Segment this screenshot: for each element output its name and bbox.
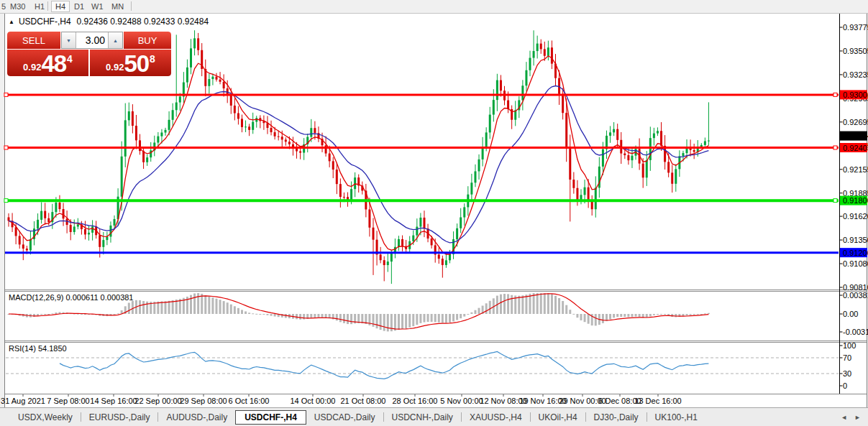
svg-text:0.91350: 0.91350 [843, 236, 868, 244]
chart-tab-bar: USDX,WeeklyEURUSD-,DailyAUDUSD-,DailyUSD… [0, 407, 868, 426]
timeframe-button-M30[interactable]: M30 [10, 1, 25, 11]
svg-text:0.91206: 0.91206 [843, 249, 868, 257]
volume-input[interactable] [76, 32, 108, 48]
panel-collapse-icon[interactable]: ▲ [9, 19, 14, 25]
chart-tab-usdcad-daily[interactable]: USDCAD-,Daily [306, 409, 383, 425]
macd-indicator-label: MACD(12,26,9) 0.000611 0.000381 [9, 293, 133, 302]
volume-increase-icon[interactable]: ▲ [108, 32, 122, 48]
svg-text:0.92155: 0.92155 [843, 165, 868, 174]
svg-text:0.92484: 0.92484 [843, 131, 868, 140]
svg-text:0: 0 [843, 381, 847, 390]
svg-text:6 Oct 16:00: 6 Oct 16:00 [229, 397, 270, 405]
buy-price-prefix: 0.92 [106, 62, 124, 76]
svg-text:31 Aug 2021: 31 Aug 2021 [1, 397, 45, 405]
chart-tab-dj30-daily[interactable]: DJ30-,Daily [586, 409, 647, 425]
svg-text:0.91080: 0.91080 [843, 259, 868, 268]
volume-stepper: ▼ ▲ [61, 32, 123, 49]
sell-button[interactable]: SELL [7, 32, 60, 49]
chart-tab-xauusd-h4[interactable]: XAUUSD-,H4 [462, 409, 530, 425]
chart-symbol: USDCHF-,H4 [19, 17, 71, 27]
chart-tab-usdcnh-daily[interactable]: USDCNH-,Daily [384, 409, 461, 425]
chart-tab-usdchf-h4[interactable]: USDCHF-,H4 [235, 410, 306, 425]
date-axis[interactable]: 31 Aug 20217 Sep 08:0014 Sep 16:0022 Sep… [1, 394, 682, 405]
timeframe-button-H4[interactable]: H4 [51, 1, 70, 12]
svg-text:14 Oct 00:00: 14 Oct 00:00 [291, 397, 336, 405]
trading-terminal-window: 5M30H1H4D1W1MN 0.937750.935050.932350.92… [0, 0, 868, 426]
svg-text:0.003811: 0.003811 [843, 291, 868, 300]
toolbar-separator [131, 1, 132, 11]
svg-text:100: 100 [843, 341, 856, 350]
svg-text:13 Dec 16:00: 13 Dec 16:00 [634, 397, 681, 405]
chart-title: ▲USDCHF-,H40.92436 0.92488 0.92433 0.924… [9, 17, 209, 27]
chart-tab-ukoil-h4[interactable]: UKOil-,H4 [531, 409, 585, 425]
svg-text:-0.00311: -0.00311 [843, 328, 868, 336]
svg-text:21 Oct 08:00: 21 Oct 08:00 [341, 397, 386, 405]
tab-scroll-left-icon[interactable]: ◄ [841, 414, 847, 421]
chart-tab-audusd-daily[interactable]: AUDUSD-,Daily [158, 409, 235, 425]
timeframe-button-H1[interactable]: H1 [35, 1, 45, 11]
macd-name: MACD(12,26,9) [9, 293, 63, 302]
svg-text:30: 30 [843, 369, 851, 378]
svg-text:0.93775: 0.93775 [843, 23, 868, 32]
rsi-value: RSI(14) 54.1850 [9, 344, 67, 353]
svg-text:0.91800: 0.91800 [843, 196, 868, 205]
svg-text:0.93235: 0.93235 [843, 70, 868, 79]
volume-decrease-icon[interactable]: ▼ [62, 32, 76, 48]
sell-price-big: 48 [41, 52, 66, 76]
sell-price-prefix: 0.92 [23, 62, 41, 76]
svg-text:0.93505: 0.93505 [843, 47, 868, 55]
svg-text:0.93006: 0.93006 [843, 91, 868, 99]
buy-price-display[interactable]: 0.92 50 8 [90, 50, 171, 76]
tab-scroll-right-icon[interactable]: ► [854, 414, 861, 421]
svg-text:70: 70 [843, 353, 851, 362]
svg-text:0.92695: 0.92695 [843, 118, 868, 126]
svg-text:5 Nov 00:00: 5 Nov 00:00 [440, 397, 483, 405]
buy-price-sup: 8 [150, 53, 155, 65]
timeframe-button-MN[interactable]: MN [111, 1, 124, 11]
buy-button[interactable]: BUY [124, 32, 171, 49]
rsi-indicator-label: RSI(14) 54.1850 [9, 344, 67, 353]
toolbar-separator [47, 1, 48, 11]
timeframe-button-W1[interactable]: W1 [91, 1, 104, 11]
one-click-trade-panel: SELL ▼ ▲ BUY 0.92 48 4 0.92 50 8 [7, 32, 171, 76]
sell-price-display[interactable]: 0.92 48 4 [7, 50, 88, 76]
timeframe-toolbar: 5M30H1H4D1W1MN [0, 0, 868, 14]
svg-text:0.91620: 0.91620 [843, 212, 868, 221]
chart-tab-uk100-h1[interactable]: UK100-,H1 [647, 409, 705, 425]
macd-values: 0.000611 0.000381 [65, 293, 133, 302]
sell-price-sup: 4 [67, 53, 73, 65]
svg-text:14 Sep 16:00: 14 Sep 16:00 [90, 397, 137, 405]
svg-text:29 Sep 08:00: 29 Sep 08:00 [180, 397, 227, 405]
timeframe-button-D1[interactable]: D1 [74, 1, 84, 11]
tab-scroll-arrows: ◄ ► [841, 414, 861, 421]
svg-text:0.00: 0.00 [843, 310, 858, 318]
svg-text:7 Sep 08:00: 7 Sep 08:00 [47, 397, 89, 405]
svg-text:28 Oct 16:00: 28 Oct 16:00 [393, 397, 438, 405]
svg-text:22 Sep 00:00: 22 Sep 00:00 [134, 397, 181, 405]
current-price-label: 0.92484 [840, 131, 868, 141]
chart-ohlc-values: 0.92436 0.92488 0.92433 0.92484 [77, 17, 209, 27]
chart-tab-eurusd-daily[interactable]: EURUSD-,Daily [81, 409, 158, 425]
buy-price-big: 50 [124, 52, 149, 76]
chart-tab-usdx-weekly[interactable]: USDX,Weekly [10, 409, 81, 425]
timeframe-button-5[interactable]: 5 [1, 1, 6, 11]
svg-text:0.92403: 0.92403 [843, 144, 868, 152]
